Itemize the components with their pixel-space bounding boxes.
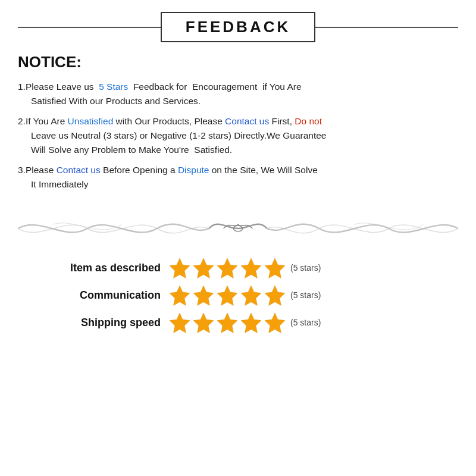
stars-shipping: (5 stars)	[169, 312, 321, 333]
comm-star-4	[240, 284, 262, 306]
star-2	[193, 257, 214, 278]
stars-count-item: (5 stars)	[290, 263, 321, 273]
decorative-divider	[18, 211, 458, 246]
notice-2-line3: Will Solve any Problem to Make You're Sa…	[18, 143, 458, 157]
notice-item-3: 3.Please Contact us Before Opening a Dis…	[18, 163, 458, 192]
svg-marker-11	[170, 313, 190, 333]
svg-marker-10	[265, 286, 285, 305]
ship-star-2	[193, 312, 214, 333]
page: FEEDBACK NOTICE: 1.Please Leave us 5 Sta…	[0, 0, 476, 476]
star-4	[240, 257, 262, 278]
stars-count-shipping: (5 stars)	[290, 318, 321, 327]
divider-svg	[18, 212, 458, 245]
svg-marker-13	[217, 313, 237, 333]
stars-item: (5 stars)	[169, 257, 321, 278]
svg-marker-15	[265, 313, 285, 333]
notice-list: 1.Please Leave us 5 Stars Feedback for E…	[18, 80, 458, 198]
svg-marker-1	[170, 258, 190, 278]
notice-3-contact[interactable]: Contact us	[57, 165, 101, 175]
svg-marker-5	[265, 258, 285, 278]
feedback-title: FEEDBACK	[161, 12, 315, 42]
rating-label-item: Item as described	[30, 262, 161, 274]
notice-item-2: 2.If You Are Unsatisfied with Our Produc…	[18, 114, 458, 157]
stars-communication: (5 stars)	[169, 284, 321, 306]
comm-star-5	[264, 284, 286, 306]
svg-marker-6	[170, 286, 190, 305]
notice-1-line2: Satisfied With our Products and Services…	[18, 94, 458, 108]
rating-label-communication: Communication	[30, 289, 161, 302]
notice-1-highlight: 5 Stars	[99, 82, 128, 92]
ship-star-3	[217, 312, 238, 333]
svg-marker-14	[241, 313, 261, 333]
svg-marker-7	[193, 286, 214, 305]
svg-marker-9	[241, 286, 261, 305]
header-line-left	[18, 27, 161, 28]
star-3	[217, 257, 238, 278]
star-5	[264, 257, 286, 278]
rating-label-shipping: Shipping speed	[30, 317, 161, 329]
notice-title: NOTICE:	[18, 53, 82, 71]
svg-marker-4	[241, 258, 261, 278]
ship-star-4	[240, 312, 262, 333]
star-1	[169, 257, 190, 278]
notice-3-dispute: Dispute	[178, 165, 209, 175]
svg-marker-2	[193, 258, 214, 278]
stars-count-communication: (5 stars)	[290, 290, 321, 300]
notice-3-text: 3.Please Contact us Before Opening a Dis…	[18, 165, 318, 175]
comm-star-3	[217, 284, 238, 306]
ship-star-5	[264, 312, 286, 333]
svg-marker-12	[193, 313, 214, 333]
notice-2-unsatisfied: Unsatisfied	[68, 116, 114, 126]
notice-2-donot: Do not	[295, 116, 322, 126]
notice-1-text: 1.Please Leave us 5 Stars Feedback for E…	[18, 82, 302, 92]
notice-3-line2: It Immediately	[18, 177, 458, 192]
rating-row-shipping: Shipping speed (5 stars)	[30, 312, 458, 333]
rating-row-communication: Communication (5 stars)	[30, 284, 458, 306]
comm-star-1	[169, 284, 190, 306]
header-line-right	[315, 27, 458, 28]
ship-star-1	[169, 312, 190, 333]
rating-row-item: Item as described (5 stars)	[30, 257, 458, 278]
notice-2-text: 2.If You Are Unsatisfied with Our Produc…	[18, 116, 322, 126]
ratings-section: Item as described (5 stars) Communicatio…	[18, 257, 458, 333]
notice-2-line2: Leave us Neutral (3 stars) or Negative (…	[18, 129, 458, 143]
comm-star-2	[193, 284, 214, 306]
svg-marker-8	[217, 286, 237, 305]
notice-2-contact[interactable]: Contact us	[225, 116, 269, 126]
svg-marker-3	[217, 258, 237, 278]
notice-item-1: 1.Please Leave us 5 Stars Feedback for E…	[18, 80, 458, 108]
feedback-header: FEEDBACK	[18, 12, 458, 42]
